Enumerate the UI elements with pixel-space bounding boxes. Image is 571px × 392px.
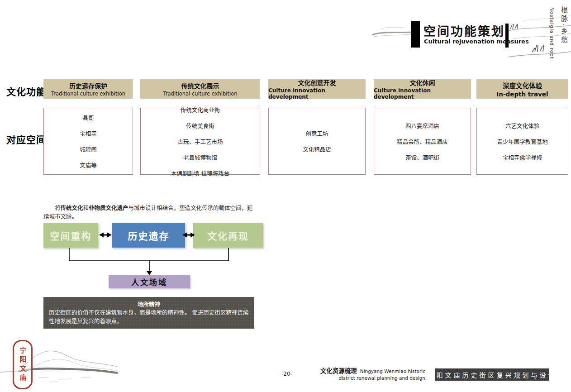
red-seal: 宁阳文庙 [13, 340, 33, 389]
footer-section-title-cn: 文化资源梳理 [320, 367, 357, 374]
intro-bold-intangible-heritage: 非物质文化遗产 [89, 205, 128, 211]
slide-page: 空间功能策划 Cultural rejuvenation measures 根脉… [0, 0, 571, 392]
node-space-restructure: 空间重构 [43, 223, 98, 248]
function-title-en: Traditional culture exhibition [51, 91, 125, 97]
function-title-cn: 文化休闲 [410, 78, 435, 87]
space-list: 六艺文化体验青少年国学教育基地宝相寺佛学禅修 [476, 108, 568, 175]
function-header: 深度文化体验 In-depth travel [476, 79, 568, 99]
header-accent-bar [411, 21, 420, 48]
function-title-cn: 文化创意开发 [298, 78, 336, 87]
list-item: 城隍阁 [80, 145, 97, 153]
intro-text: 将 [55, 205, 61, 211]
intro-text: 和 [83, 205, 89, 211]
list-item: 四八宴席酒店 [405, 121, 439, 130]
function-title-cn: 传统文化展示 [181, 81, 219, 90]
function-title-cn: 深度文化体验 [503, 81, 542, 90]
corner-motto-cn: 根脉·乡愁 [559, 6, 569, 45]
node-historic-heritage: 历史遗存 [112, 223, 185, 248]
function-header: 传统文化展示 Traditional culture exhibition [140, 79, 260, 99]
footer-section-block: 文化资源梳理Ningyang Wenmiao historic district… [312, 367, 425, 381]
node-culture-reappearance: 文化再现 [193, 223, 263, 248]
function-title-en: Culture innovation development [268, 87, 366, 100]
column-heritage-protection: 历史遗存保护 Traditional culture exhibition 县衙… [43, 79, 133, 99]
function-header: 历史遗存保护 Traditional culture exhibition [43, 79, 133, 99]
list-item: 精品会所、精品酒店 [397, 137, 448, 146]
row-label-corresponding-space: 对应空间 [6, 132, 46, 146]
list-item: 创意工坊 [305, 129, 328, 138]
result-humanistic-field: 人文场域 [109, 275, 190, 288]
space-list: 四八宴席酒店精品会所、精品酒店茶馆、酒吧街 [374, 108, 471, 175]
concept-intro-paragraph: 将传统文化和非物质文化遗产与城市设计相结合，塑造文化传承的载体空间，延续城市文脉… [43, 204, 258, 221]
note-title: 场所精神 [49, 300, 249, 308]
list-item: 县衙 [82, 113, 94, 122]
list-item: 老县城博物馆 [183, 153, 217, 162]
function-title-en: Culture innovation development [374, 87, 471, 100]
diagram-connectors [0, 0, 571, 392]
page-number: -20- [281, 371, 292, 377]
column-culture-innovation: 文化创意开发 Culture innovation development 创意… [268, 79, 366, 99]
list-item: 木偶剧剧场 拉魂腔戏台 [171, 169, 229, 177]
column-indepth-experience: 深度文化体验 In-depth travel 六艺文化体验青少年国学教育基地宝相… [476, 79, 568, 99]
footer-section-en-line2: district renewal planning and design [339, 375, 425, 381]
header-accent-bar-thin [505, 24, 509, 48]
space-list: 传统文化商业街传统美食街古玩、手工艺市场老县城博物馆木偶剧剧场 拉魂腔戏台 [140, 108, 260, 175]
list-item: 茶馆、酒吧街 [405, 153, 439, 162]
space-list: 创意工坊文化精品店 [268, 108, 366, 175]
list-item: 青少年国学教育基地 [497, 137, 548, 146]
spirit-of-place-note: 场所精神 历史街区的价值不仅在建筑物本身，而是场所的精神性。 促进历史街区精神连… [43, 297, 254, 329]
project-title-bar: 宁阳文庙历史街区复兴规划与设计 [435, 368, 549, 381]
function-title-cn: 历史遗存保护 [69, 81, 107, 90]
list-item: 传统美食街 [186, 121, 214, 130]
page-subtitle: Cultural rejuvenation measures [424, 38, 529, 45]
function-header: 文化创意开发 Culture innovation development [268, 79, 366, 99]
list-item: 宝相寺 [80, 129, 97, 138]
list-item: 六艺文化体验 [505, 121, 539, 130]
list-item: 宝相寺佛学禅修 [503, 153, 542, 162]
space-list: 县衙宝相寺城隍阁文庙等 [43, 108, 133, 175]
function-title-en: In-depth travel [496, 91, 548, 98]
note-body: 历史街区的价值不仅在建筑物本身，而是场所的精神性。 促进历史街区精神连续性地发展… [49, 309, 249, 326]
list-item: 文庙等 [80, 161, 97, 169]
intro-bold-traditional-culture: 传统文化 [61, 205, 83, 211]
list-item: 古玩、手工艺市场 [177, 137, 223, 146]
column-culture-leisure: 文化休闲 Culture innovation development 四八宴席… [374, 79, 471, 99]
seal-text: 宁阳文庙 [18, 347, 28, 383]
corner-motto-en: Nostalgia and root [549, 7, 555, 59]
list-item: 传统文化商业街 [181, 105, 220, 114]
footer-section-en-line1: Ningyang Wenmiao historic [360, 368, 425, 374]
column-traditional-culture-exhibition: 传统文化展示 Traditional culture exhibition 传统… [140, 79, 260, 99]
function-header: 文化休闲 Culture innovation development [374, 79, 471, 99]
row-label-cultural-function: 文化功能 [6, 84, 46, 98]
list-item: 文化精品店 [303, 145, 331, 153]
page-title: 空间功能策划 [423, 22, 505, 39]
function-title-en: Traditional culture exhibition [163, 91, 237, 97]
